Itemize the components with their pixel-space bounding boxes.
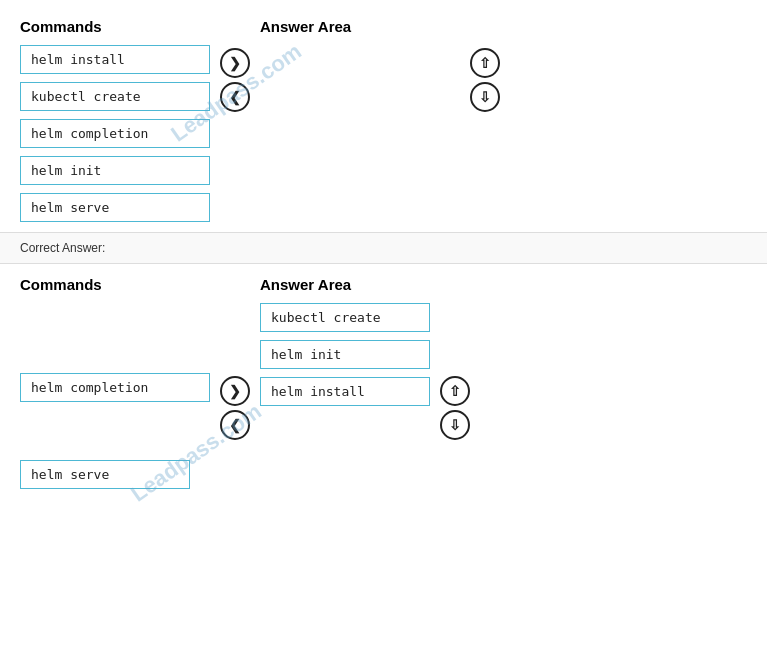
commands-col-1: Commands helm install kubectl create hel… xyxy=(20,18,210,222)
right-arrow-btn-2[interactable]: ❯ xyxy=(220,376,250,406)
up-arrow-btn-2[interactable]: ⇧ xyxy=(440,376,470,406)
arrow-col-2: ❯ ❮ xyxy=(210,376,260,440)
down-arrow-btn-1[interactable]: ⇩ xyxy=(470,82,500,112)
commands-list-2: helm completion helm serve xyxy=(20,373,210,489)
section-2: Commands helm completion helm serve ❯ ❮ … xyxy=(0,264,767,499)
cmd2-helm-serve[interactable]: helm serve xyxy=(20,460,190,489)
ans-helm-init[interactable]: helm init xyxy=(260,340,430,369)
right-arrow-btn-1[interactable]: ❯ xyxy=(220,48,250,78)
correct-answer-label: Correct Answer: xyxy=(0,232,767,264)
commands-label-1: Commands xyxy=(20,18,210,35)
down-arrow-btn-2[interactable]: ⇩ xyxy=(440,410,470,440)
arrow-col-1: ❯ ❮ xyxy=(210,48,260,112)
ans-helm-install[interactable]: helm install xyxy=(260,377,430,406)
cmd-helm-init[interactable]: helm init xyxy=(20,156,210,185)
commands-label-2: Commands xyxy=(20,276,210,293)
cmd-helm-serve[interactable]: helm serve xyxy=(20,193,210,222)
left-arrow-btn-1[interactable]: ❮ xyxy=(220,82,250,112)
qa-layout-1: Commands helm install kubectl create hel… xyxy=(20,18,747,222)
cmd-kubectl-create[interactable]: kubectl create xyxy=(20,82,210,111)
updown-col-1: ⇧ ⇩ xyxy=(460,48,510,112)
section-1: Commands helm install kubectl create hel… xyxy=(0,0,767,232)
qa-layout-2: Commands helm completion helm serve ❯ ❮ … xyxy=(20,276,747,489)
answer-area-label-2: Answer Area xyxy=(260,276,430,293)
left-arrow-btn-2[interactable]: ❮ xyxy=(220,410,250,440)
cmd-helm-install[interactable]: helm install xyxy=(20,45,210,74)
ans-kubectl-create[interactable]: kubectl create xyxy=(260,303,430,332)
commands-col-2: Commands helm completion helm serve xyxy=(20,276,210,489)
answer-area-col-2: Answer Area kubectl create helm init hel… xyxy=(260,276,430,406)
answer-area-col-1: Answer Area xyxy=(260,18,460,45)
cmd2-helm-completion[interactable]: helm completion xyxy=(20,373,210,402)
commands-list-1: helm install kubectl create helm complet… xyxy=(20,45,210,222)
cmd-helm-completion[interactable]: helm completion xyxy=(20,119,210,148)
updown-col-2: ⇧ ⇩ xyxy=(430,376,480,440)
up-arrow-btn-1[interactable]: ⇧ xyxy=(470,48,500,78)
answer-area-label-1: Answer Area xyxy=(260,18,460,35)
answer-items-2: kubectl create helm init helm install xyxy=(260,303,430,406)
